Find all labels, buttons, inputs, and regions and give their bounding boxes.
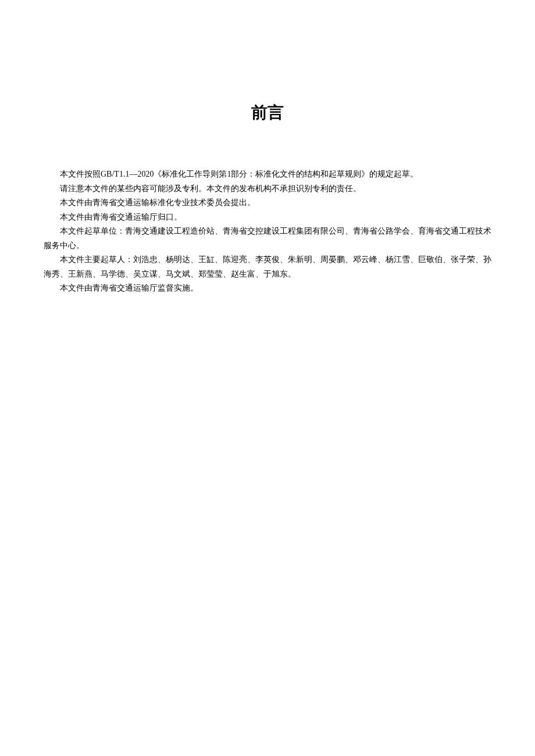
- paragraph: 请注意本文件的某些内容可能涉及专利。本文件的发布机构不承担识别专利的责任。: [44, 182, 491, 196]
- paragraph: 本文件按照GB/T1.1—2020《标准化工作导则第1部分：标准化文件的结构和起…: [44, 167, 491, 182]
- document-page: 前言 本文件按照GB/T1.1—2020《标准化工作导则第1部分：标准化文件的结…: [0, 0, 535, 296]
- paragraph: 本文件主要起草人：刘浩忠、杨明达、王缸、陈迎亮、李英俊、朱新明、周晏鹏、邓云峰、…: [44, 253, 491, 281]
- document-body: 本文件按照GB/T1.1—2020《标准化工作导则第1部分：标准化文件的结构和起…: [44, 167, 491, 296]
- paragraph: 本文件起草单位：青海交通建设工程造价站、青海省交控建设工程集团有限公司、青海省公…: [44, 224, 491, 253]
- paragraph: 本文件由青海省交通运输标准化专业技术委员会提出。: [44, 196, 491, 210]
- page-title: 前言: [44, 102, 491, 124]
- paragraph: 本文件由青海省交通运输厅归口。: [44, 210, 491, 225]
- paragraph: 本文件由青海省交通运输厅监督实施。: [44, 281, 491, 296]
